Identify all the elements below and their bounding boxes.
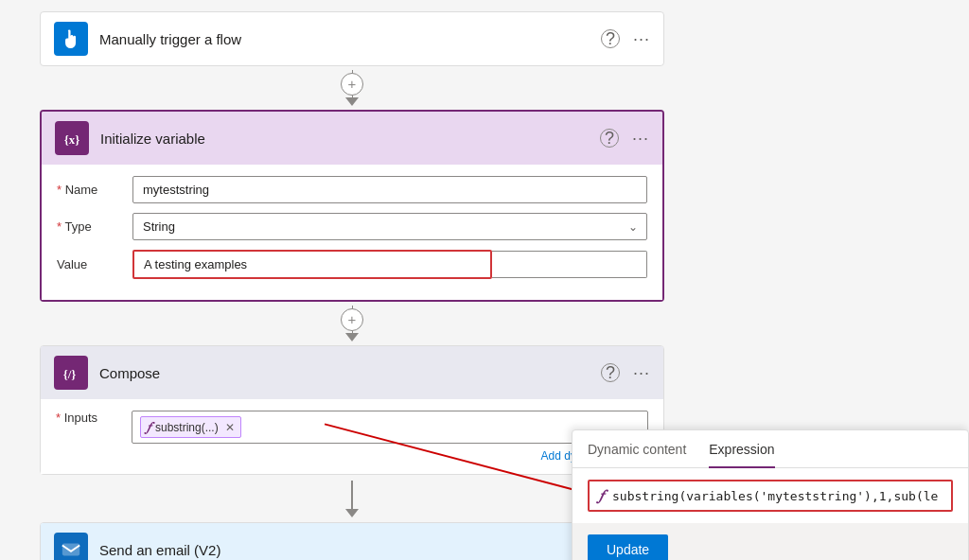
add-step-btn-1[interactable]: +: [341, 73, 363, 96]
value-input-secondary[interactable]: [492, 251, 647, 278]
init-node-actions: ? ···: [600, 129, 649, 149]
trigger-help-icon[interactable]: ?: [601, 29, 620, 48]
value-input[interactable]: [132, 250, 492, 279]
name-input[interactable]: [132, 176, 647, 203]
expression-input-row[interactable]: 𝑓 substring(variables('myteststring'),1,…: [588, 480, 953, 512]
down-line-3: [351, 481, 353, 509]
dynamic-content-link[interactable]: Add dynamic cont...: [56, 449, 648, 463]
inputs-label: Inputs: [56, 411, 132, 425]
name-label: Name: [57, 183, 132, 197]
panel-body: 𝑓 substring(variables('myteststring'),1,…: [573, 468, 968, 523]
type-select-wrapper: String ⌄: [132, 213, 647, 240]
init-help-icon[interactable]: ?: [600, 129, 619, 148]
trigger-actions: ? ···: [601, 29, 650, 49]
svg-text:{x}: {x}: [64, 133, 80, 147]
connector-1: +: [40, 66, 664, 110]
init-more-icon[interactable]: ···: [632, 129, 649, 149]
variable-icon: {x}: [55, 121, 89, 155]
compose-more-icon[interactable]: ···: [633, 363, 650, 383]
hand-icon: [54, 22, 88, 56]
fx-tag-text: substring(...): [155, 421, 219, 434]
trigger-node: Manually trigger a flow ? ···: [40, 11, 664, 66]
name-field-row: Name: [57, 176, 647, 203]
type-select[interactable]: String: [132, 213, 647, 240]
down-arrow-connector: [345, 475, 359, 522]
tab-dynamic-content[interactable]: Dynamic content: [588, 430, 686, 468]
email-title: Send an email (V2): [99, 542, 620, 558]
init-node-body: Name Type String ⌄ Value: [42, 165, 662, 300]
type-field-row: Type String ⌄: [57, 213, 647, 240]
compose-node-body: Inputs 𝑓 substring(...) ✕ Add dynamic co…: [41, 399, 663, 474]
email-node: Send an email (V2) ?: [40, 522, 664, 560]
type-label: Type: [57, 219, 132, 234]
value-field-row: Value: [57, 250, 647, 279]
email-icon: [54, 533, 88, 560]
compose-node-header: {/} Compose ? ···: [41, 346, 663, 399]
trigger-title: Manually trigger a flow: [99, 31, 590, 47]
compose-help-icon[interactable]: ?: [601, 363, 620, 382]
panel-footer: Update: [573, 523, 968, 560]
inputs-field-row: Inputs 𝑓 substring(...) ✕: [56, 411, 648, 444]
init-node-title: Initialize variable: [100, 131, 589, 147]
panel-tabs: Dynamic content Expression: [573, 430, 968, 468]
trigger-more-icon[interactable]: ···: [633, 29, 650, 49]
svg-text:{/}: {/}: [63, 368, 77, 381]
value-label: Value: [57, 257, 132, 271]
email-node-header: Send an email (V2) ?: [41, 523, 663, 560]
update-button[interactable]: Update: [588, 534, 668, 560]
connector-3: [40, 475, 664, 522]
arrow-head-2: [345, 333, 359, 341]
connector-2: +: [40, 302, 664, 345]
fx-inline-icon: 𝑓: [599, 487, 603, 504]
compose-node: {/} Compose ? ··· Inputs 𝑓 substring(...…: [40, 345, 664, 475]
tab-expression[interactable]: Expression: [709, 430, 774, 468]
compose-actions: ? ···: [601, 363, 650, 383]
compose-title: Compose: [99, 365, 590, 381]
fx-tag: 𝑓 substring(...) ✕: [140, 416, 241, 438]
expression-panel: Dynamic content Expression 𝑓 substring(v…: [572, 429, 969, 560]
add-step-btn-2[interactable]: +: [341, 308, 363, 331]
arrow-head-3: [345, 509, 359, 517]
svg-rect-2: [62, 544, 79, 556]
arrow-head-1: [345, 97, 359, 106]
expression-text: substring(variables('myteststring'),1,su…: [612, 489, 942, 503]
compose-icon: {/}: [54, 356, 88, 390]
fx-icon: 𝑓: [147, 419, 150, 435]
fx-close-btn[interactable]: ✕: [225, 421, 235, 434]
init-variable-node: {x} Initialize variable ? ··· Name Type: [40, 110, 664, 302]
init-node-header: {x} Initialize variable ? ···: [42, 112, 662, 165]
